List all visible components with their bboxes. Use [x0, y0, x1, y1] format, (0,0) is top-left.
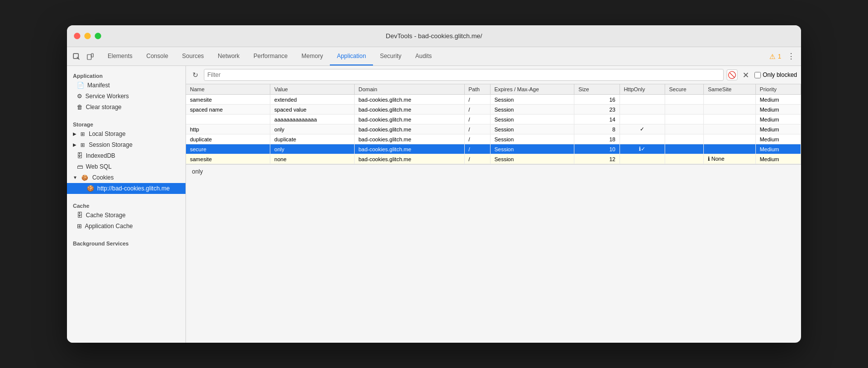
table-cell [704, 105, 755, 115]
table-cell: Session [490, 144, 574, 154]
table-row[interactable]: aaaaaaaaaaaaaabad-cookies.glitch.me/Sess… [186, 115, 801, 124]
sidebar-item-application-cache[interactable]: ⊞ Application Cache [67, 221, 186, 232]
toolbar-icons [71, 51, 96, 62]
col-header-name: Name [186, 84, 270, 95]
main-content: Application 📄 Manifest ⚙ Service Workers… [67, 66, 801, 343]
warning-count: 1 [778, 53, 781, 60]
table-cell: 23 [574, 105, 620, 115]
svg-rect-3 [91, 54, 93, 57]
table-cell [620, 154, 665, 164]
devtools-window: DevTools - bad-cookies.glitch.me/ Elemen… [67, 25, 801, 343]
tab-performance[interactable]: Performance [247, 47, 295, 65]
maximize-button[interactable] [95, 33, 101, 39]
col-header-domain: Domain [354, 84, 464, 95]
table-cell: Medium [755, 124, 801, 134]
cookie-icon: 🍪 [81, 175, 88, 181]
table-row[interactable]: spaced namespaced valuebad-cookies.glitc… [186, 105, 801, 115]
col-header-httponly: HttpOnly [620, 84, 665, 95]
tab-memory[interactable]: Memory [295, 47, 330, 65]
table-cell [665, 95, 703, 105]
table-cell [665, 115, 703, 124]
reload-button[interactable]: ↻ [190, 69, 201, 80]
table-cell: only [270, 144, 355, 154]
table-cell: bad-cookies.glitch.me [354, 95, 464, 105]
sidebar-item-clear-storage[interactable]: 🗑 Clear storage [67, 102, 186, 113]
only-blocked-label[interactable]: Only blocked [763, 71, 797, 78]
sidebar-cookies-expander[interactable]: ▼ 🍪 Cookies [67, 172, 186, 183]
filter-input[interactable] [207, 71, 720, 78]
table-cell: ℹ✓ [620, 144, 665, 154]
tab-security[interactable]: Security [373, 47, 408, 65]
sidebar-cache-label: Cache [67, 200, 186, 210]
table-cell [186, 115, 270, 124]
tab-elements[interactable]: Elements [101, 47, 139, 65]
no-icon[interactable]: 🚫 [727, 69, 738, 80]
panel-table-area: Name Value Domain Path Expires / Max-Age… [186, 84, 801, 343]
minimize-button[interactable] [84, 33, 91, 39]
table-cell: 12 [574, 154, 620, 164]
tab-sources[interactable]: Sources [175, 47, 211, 65]
warning-badge[interactable]: ⚠ 1 [769, 53, 781, 61]
table-cell: / [464, 95, 490, 105]
sidebar-storage-label: Storage [67, 119, 186, 128]
sidebar-item-cache-storage[interactable]: 🗄 Cache Storage [67, 210, 186, 221]
table-cell: ℹ None [704, 154, 755, 164]
sidebar-item-indexeddb[interactable]: 🗄 IndexedDB [67, 150, 186, 161]
cookies-table-wrap: Name Value Domain Path Expires / Max-Age… [186, 84, 801, 164]
table-cell: Medium [755, 134, 801, 144]
sidebar-item-web-sql[interactable]: 🗃 Web SQL [67, 161, 186, 172]
sidebar-session-storage-expander[interactable]: ▶ ⊞ Session Storage [67, 139, 186, 150]
tab-console[interactable]: Console [139, 47, 175, 65]
only-blocked-checkbox[interactable] [754, 72, 761, 78]
table-cell: / [464, 105, 490, 115]
sidebar-item-service-workers[interactable]: ⚙ Service Workers [67, 91, 186, 102]
grid-icon: ⊞ [80, 131, 85, 137]
sidebar-item-cookies-url[interactable]: 🍪 http://bad-cookies.glitch.me [67, 183, 186, 194]
table-row[interactable]: samesitenonebad-cookies.glitch.me/Sessio… [186, 154, 801, 164]
table-cell: spaced value [270, 105, 355, 115]
device-toggle-icon[interactable] [85, 51, 96, 62]
table-cell: samesite [186, 154, 270, 164]
table-cell: Medium [755, 95, 801, 105]
sidebar-local-storage-expander[interactable]: ▶ ⊞ Local Storage [67, 128, 186, 139]
table-row[interactable]: httponlybad-cookies.glitch.me/Session8✓M… [186, 124, 801, 134]
table-cell [620, 105, 665, 115]
table-cell: / [464, 134, 490, 144]
right-panel: ↻ 🚫 ✕ Only blocked Name [186, 66, 801, 343]
table-row[interactable]: secureonlybad-cookies.glitch.me/Session1… [186, 144, 801, 154]
table-cell [704, 134, 755, 144]
tab-application[interactable]: Application [330, 47, 373, 65]
clear-storage-icon: 🗑 [77, 104, 83, 111]
table-cell [620, 95, 665, 105]
table-cell: Session [490, 115, 574, 124]
close-button[interactable] [74, 33, 80, 39]
table-row[interactable]: samesiteextendedbad-cookies.glitch.me/Se… [186, 95, 801, 105]
table-cell: ✓ [620, 124, 665, 134]
table-cell [665, 134, 703, 144]
table-cell: Session [490, 105, 574, 115]
table-cell: none [270, 154, 355, 164]
table-cell [665, 144, 703, 154]
inspect-icon[interactable] [71, 51, 82, 62]
table-cell [620, 134, 665, 144]
bottom-preview: only [186, 164, 801, 178]
col-header-expires: Expires / Max-Age [490, 84, 574, 95]
col-header-value: Value [270, 84, 355, 95]
more-options-icon[interactable]: ⋮ [785, 51, 797, 62]
grid-icon: ⊞ [80, 142, 85, 148]
toolbar-right: ⚠ 1 ⋮ [769, 51, 797, 62]
sidebar-item-manifest[interactable]: 📄 Manifest [67, 80, 186, 91]
table-cell: / [464, 154, 490, 164]
table-cell: 14 [574, 115, 620, 124]
tab-network[interactable]: Network [211, 47, 247, 65]
table-cell: Medium [755, 105, 801, 115]
table-row[interactable]: duplicateduplicatebad-cookies.glitch.me/… [186, 134, 801, 144]
table-cell: bad-cookies.glitch.me [354, 115, 464, 124]
col-header-samesite: SameSite [704, 84, 755, 95]
table-cell: 10 [574, 144, 620, 154]
table-cell [665, 105, 703, 115]
table-cell: 18 [574, 134, 620, 144]
clear-filter-icon[interactable]: ✕ [741, 69, 751, 80]
tab-audits[interactable]: Audits [408, 47, 438, 65]
table-cell [704, 95, 755, 105]
